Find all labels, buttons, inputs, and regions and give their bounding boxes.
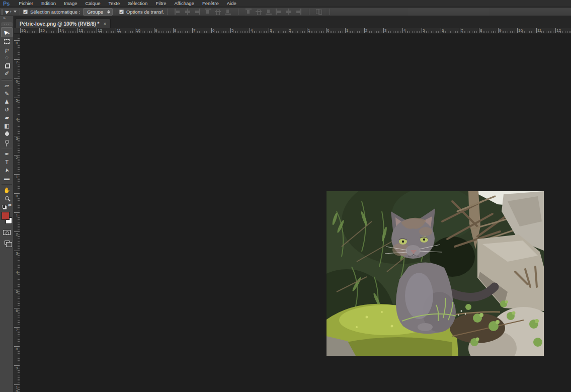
updown-arrows-icon (107, 10, 110, 14)
screen-mode-button[interactable] (0, 239, 14, 247)
auto-select-checkbox-group[interactable]: ✓ Sélection automatique : (23, 9, 80, 15)
h-ruler-label: 14 (59, 28, 64, 33)
menu-bar: Ps FichierEditionImageCalqueTexteSélecti… (0, 0, 571, 7)
tool-move-tool[interactable]: ▶ (1, 27, 13, 37)
tool-path-selection-tool[interactable]: ➤ (0, 166, 14, 174)
toolbar-separator (0, 77, 13, 82)
v-ruler-label: 6 (15, 309, 19, 313)
menu-filtre[interactable]: Filtre (151, 0, 170, 7)
dropdown-value: Groupe (87, 9, 103, 15)
tool-paint-bucket-tool[interactable]: ◧ (0, 122, 14, 130)
v-ruler-label: 4 (15, 271, 19, 275)
type-tool-icon: T (5, 160, 9, 165)
paint-bucket-tool-icon: ◧ (4, 123, 9, 129)
tool-preset-picker[interactable]: ▶+ (6, 9, 17, 14)
quick-mask-button[interactable] (0, 228, 14, 237)
v-ruler-label: 5 (15, 99, 19, 103)
photoshop-logo-icon: Ps (3, 0, 10, 7)
brush-tool-icon: ✎ (5, 91, 9, 97)
tool-history-brush-tool[interactable]: ↺ (0, 106, 14, 114)
distribute-top-edges-button (244, 9, 252, 15)
tool-eraser-tool[interactable]: ▰ (0, 114, 14, 122)
h-ruler-label: 1 (346, 28, 348, 33)
menu-fichier[interactable]: Fichier (15, 0, 37, 7)
h-ruler-label: 2 (365, 28, 367, 33)
foreground-color-swatch[interactable] (2, 212, 10, 220)
tool-spot-healing-brush-tool[interactable]: ▱ (0, 82, 14, 90)
h-ruler-label: 10 (136, 28, 140, 33)
transform-options-checkbox[interactable]: ✓ (119, 10, 124, 14)
transform-options-label: Options de transf. (126, 9, 164, 15)
auto-select-target-dropdown[interactable]: Groupe (83, 8, 113, 16)
tool-rectangular-marquee-tool[interactable] (0, 37, 14, 45)
tool-hand-tool[interactable]: ✋ (0, 186, 14, 194)
h-ruler-label: 2 (289, 28, 291, 33)
h-ruler-label: 12 (98, 28, 102, 33)
cat-photo[interactable] (327, 191, 544, 356)
quick-mask-icon (3, 230, 11, 235)
menu-affichage[interactable]: Affichage (171, 0, 198, 7)
align-top-edges-button (204, 9, 211, 15)
zoom-tool-icon (5, 196, 9, 200)
separator (116, 9, 116, 15)
v-ruler-label: 2 (15, 232, 19, 237)
distribute-left-edges-button (275, 9, 282, 15)
tool-brush-tool[interactable]: ✎ (0, 90, 14, 98)
close-tab-icon[interactable]: × (104, 21, 107, 27)
menu-edition[interactable]: Edition (37, 0, 60, 7)
v-ruler-label: 3 (15, 137, 19, 141)
document-tab[interactable]: Pétrie-love.png @ 100% (RVB/8) * × (15, 19, 111, 28)
h-ruler-label: 9 (155, 28, 157, 33)
menu-fenetre[interactable]: Fenêtre (198, 0, 223, 7)
auto-select-checkbox[interactable]: ✓ (23, 10, 28, 14)
tool-rectangle-tool[interactable]: ▬ (0, 174, 14, 182)
tool-eyedropper-tool[interactable]: ✐ (0, 69, 14, 77)
tool-zoom-tool[interactable] (0, 194, 14, 202)
tool-quick-selection-tool[interactable]: ◌ (0, 53, 14, 61)
separator (330, 9, 330, 15)
v-ruler-label: 3 (15, 252, 19, 256)
v-ruler-label: 1 (15, 175, 19, 179)
tool-default-and-swap-colors[interactable] (0, 202, 14, 210)
horizontal-ruler[interactable]: 161514131211109876543210123456789101112 (20, 28, 571, 34)
canvas-area[interactable] (21, 34, 571, 392)
tool-pen-tool[interactable]: ✒ (0, 150, 14, 158)
align-left-edges-button (174, 9, 181, 15)
h-ruler-label: 6 (212, 28, 214, 33)
distribute-bottom-edges-button (265, 9, 272, 15)
menu-aide[interactable]: Aide (223, 0, 240, 7)
v-ruler-label: 6 (15, 80, 19, 84)
move-tool-icon: ▶ (4, 29, 9, 35)
align-right-edges-button (194, 9, 201, 15)
vertical-ruler[interactable]: 87654321012345678910 (14, 34, 20, 392)
tool-clone-stamp-tool[interactable]: ♟ (0, 98, 14, 106)
h-ruler-label: 4 (403, 28, 405, 33)
menu-calque[interactable]: Calque (81, 0, 104, 7)
collapse-panel-chevrons[interactable]: » (0, 16, 13, 21)
transform-options-checkbox-group[interactable]: ✓ Options de transf. (119, 9, 164, 15)
v-ruler-label: 5 (15, 290, 19, 294)
v-ruler-label: 0 (15, 194, 19, 198)
lasso-tool-icon: ℘ (5, 47, 9, 52)
h-ruler-label: 15 (40, 28, 45, 33)
tool-lasso-tool[interactable]: ℘ (0, 45, 14, 53)
tool-type-tool[interactable]: T (0, 158, 14, 166)
tools-panel-grip[interactable] (1, 22, 13, 26)
h-ruler-label: 12 (556, 28, 561, 33)
menu-texte[interactable]: Texte (105, 0, 124, 7)
h-ruler-label: 3 (270, 28, 272, 33)
tool-blur-tool[interactable] (0, 130, 14, 138)
tool-crop-tool[interactable] (0, 61, 14, 69)
tool-dodge-tool[interactable] (0, 138, 14, 146)
menu-selection[interactable]: Sélection (124, 0, 151, 7)
move-tool-icon: ▶ (5, 9, 10, 15)
h-ruler-label: 7 (193, 28, 195, 33)
h-ruler-label: 11 (537, 28, 541, 33)
h-ruler-label: 8 (174, 28, 176, 33)
h-ruler-label: 7 (461, 28, 463, 33)
menu-image[interactable]: Image (60, 0, 81, 7)
v-ruler-label: 9 (15, 366, 19, 370)
h-ruler-label: 0 (327, 28, 329, 33)
align-vertical-centers-button (214, 9, 221, 15)
quick-selection-tool-icon: ◌ (5, 55, 9, 60)
